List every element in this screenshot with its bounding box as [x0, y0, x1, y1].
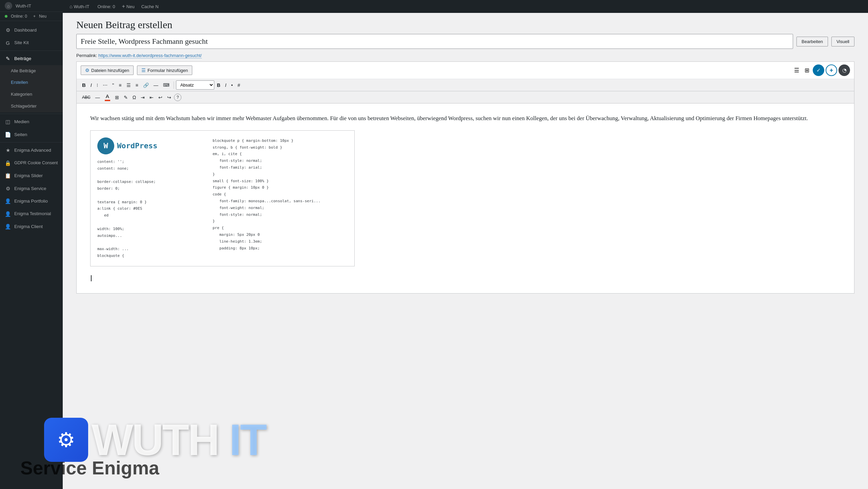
gdpr-icon: 🔒 — [5, 160, 11, 167]
permalink-link[interactable]: https://www.wuth-it.de/wordpress-fachman… — [98, 53, 202, 58]
dashboard-icon: ⚙ — [5, 27, 11, 34]
plus-icon[interactable]: + — [33, 14, 36, 19]
code-right-block: blockquote p { margin-bottom: 10px } str… — [213, 137, 331, 252]
toolbar-extra1[interactable]: ⊞ — [113, 93, 121, 101]
site-name-label[interactable]: Wuth-IT — [16, 3, 31, 8]
sidebar-item-enigma-service[interactable]: ⚙ Enigma Service — [0, 182, 63, 195]
help-button[interactable]: ? — [174, 94, 181, 101]
format-ul2[interactable]: • — [229, 81, 235, 89]
post-title-input[interactable] — [76, 34, 793, 49]
code-line: width: 100%; — [97, 226, 206, 232]
sidebar: ⌂ Wuth-IT Online: 0 + Neu ⚙ Dashboard G … — [0, 0, 63, 489]
code-line: font-family: arial; — [213, 164, 331, 171]
content-wrapper: Neuen Beitrag erstellen Bearbeiten Visue… — [63, 13, 868, 489]
sidebar-item-enigma-slider[interactable]: 📋 Enigma Slider — [0, 169, 63, 182]
blockquote-button[interactable]: " — [110, 81, 116, 89]
permalink-row: Permalink: https://www.wuth-it.de/wordpr… — [63, 52, 868, 61]
ol-button[interactable]: ⋯ — [101, 81, 110, 89]
code-line: strong, b { font-weight: bold } — [213, 144, 331, 151]
format-select[interactable]: AbsatzÜberschrift 1Überschrift 2Überschr… — [176, 80, 214, 90]
code-line — [97, 172, 206, 178]
code-line: textarea { margin: 0 } — [97, 199, 206, 206]
nav-divider2 — [0, 114, 63, 114]
outdent-button[interactable]: ⇤ — [147, 93, 156, 101]
sidebar-topbar: ⌂ Wuth-IT — [0, 0, 63, 12]
color-a-label: A — [106, 93, 109, 99]
editor-area: ⚙ Dateien hinzufügen ☰ Formular hinzufüg… — [76, 61, 854, 294]
format-bold[interactable]: B — [215, 81, 222, 89]
hr2-button[interactable]: — — [93, 93, 102, 101]
topbar-new-button[interactable]: + Neu — [122, 3, 135, 10]
redo-button[interactable]: ↪ — [165, 93, 173, 101]
code-line: font-style: normal; — [213, 211, 331, 218]
nav-divider — [0, 51, 63, 51]
form-icon: ☰ — [141, 68, 146, 73]
sidebar-item-enigma-testimonial[interactable]: 👤 Enigma Testimonial — [0, 208, 63, 221]
link-button[interactable]: 🔗 — [141, 81, 151, 89]
editor-content[interactable]: Wir wachsen stätig und mit dem Wachstum … — [77, 104, 854, 293]
ul-button[interactable]: ⁝ — [95, 81, 100, 89]
mockup-right: blockquote p { margin-bottom: 10px } str… — [213, 137, 331, 259]
sidebar-item-enigma-advanced[interactable]: ★ Enigma Advanced — [0, 144, 63, 157]
sidebar-sub-erstellen[interactable]: Erstellen — [0, 77, 63, 89]
site-home-icon[interactable]: ⌂ — [5, 2, 12, 10]
sidebar-item-label: Seiten — [14, 132, 27, 138]
toolbar-plus-circle[interactable]: + — [826, 64, 837, 76]
align-center-button[interactable]: ☰ — [124, 81, 133, 89]
editor-image-block: W WordPress content: ''; content: none; … — [90, 130, 355, 266]
code-line: a:link { color: #0ES — [97, 205, 206, 212]
toolbar-chart-icon[interactable]: ◔ — [839, 64, 850, 76]
format-italic[interactable]: I — [223, 81, 229, 89]
format-ol2[interactable]: # — [236, 81, 242, 89]
sidebar-item-seiten[interactable]: 📄 Seiten — [0, 128, 63, 141]
sidebar-sub-alle[interactable]: Alle Beiträge — [0, 65, 63, 77]
italic-button[interactable]: I — [88, 81, 94, 89]
omega-button[interactable]: Ω — [131, 93, 138, 101]
toolbar-extra2[interactable]: ✎ — [122, 93, 130, 101]
sidebar-item-sitekit[interactable]: G Site Kit — [0, 37, 63, 50]
code-line: code { — [213, 191, 331, 198]
color-button[interactable]: A — [103, 93, 112, 102]
strikethrough-button[interactable]: ABC — [80, 94, 93, 101]
code-line: em, i, cite { — [213, 151, 331, 157]
plus-icon2: + — [122, 3, 125, 10]
sidebar-item-medien[interactable]: ◫ Medien — [0, 115, 63, 128]
formular-hinzufugen-button[interactable]: ☰ Formular hinzufügen — [137, 65, 192, 75]
align-left-button[interactable]: ≡ — [117, 81, 123, 89]
code-line: max-width: ... — [97, 246, 206, 252]
code-line: margin: 5px 20px 0 — [213, 231, 331, 238]
sidebar-sub-schlagworter[interactable]: Schlagwörter — [0, 100, 63, 112]
sidebar-item-label: Enigma Advanced — [14, 147, 51, 153]
toolbar-table-icon[interactable]: ⊞ — [803, 65, 811, 75]
more-button[interactable]: ⌨ — [161, 81, 172, 89]
toolbar-check-circle[interactable]: ✓ — [813, 64, 824, 76]
sidebar-item-enigma-portfolio[interactable]: 👤 Enigma Portfolio — [0, 195, 63, 208]
dateien-hinzufugen-button[interactable]: ⚙ Dateien hinzufügen — [81, 65, 134, 75]
visuell-button[interactable]: Visuell — [831, 37, 854, 46]
permalink-label: Permalink: — [76, 53, 97, 58]
toolbar-align-icon[interactable]: ☰ — [792, 65, 801, 75]
indent-button[interactable]: ⇥ — [139, 93, 147, 101]
wp-logo-circle: W — [97, 137, 114, 154]
client-icon: 👤 — [5, 223, 11, 230]
sidebar-item-gdpr[interactable]: 🔒 GDPR Cookie Consent — [0, 157, 63, 170]
align-right-button[interactable]: ≡ — [134, 81, 140, 89]
bearbeiten-button[interactable]: Bearbeiten — [796, 37, 828, 46]
topbar-site-name[interactable]: ⌂ Wuth-IT — [70, 4, 89, 9]
undo-button[interactable]: ↩ — [156, 93, 164, 101]
code-line: autoimpo... — [97, 232, 206, 239]
code-line: content: ''; — [97, 158, 206, 165]
topbar-online[interactable]: Online: 0 — [96, 4, 115, 9]
hr-button[interactable]: — — [152, 81, 160, 89]
code-line: font-style: normal; — [213, 157, 331, 164]
sidebar-item-label: Dashboard — [14, 27, 37, 33]
topbar-cache[interactable]: Cache N — [141, 4, 159, 9]
sidebar-item-dashboard[interactable]: ⚙ Dashboard — [0, 24, 63, 37]
sidebar-item-enigma-client[interactable]: 👤 Enigma Client — [0, 220, 63, 233]
bold-button[interactable]: B — [80, 81, 88, 89]
online-strip: Online: 0 + Neu — [0, 12, 63, 21]
new-label[interactable]: Neu — [39, 14, 46, 19]
beitrage-icon: ✎ — [5, 55, 11, 62]
sidebar-sub-kategorien[interactable]: Kategorien — [0, 89, 63, 100]
sidebar-item-beitrage[interactable]: ✎ Beiträge — [0, 52, 63, 65]
